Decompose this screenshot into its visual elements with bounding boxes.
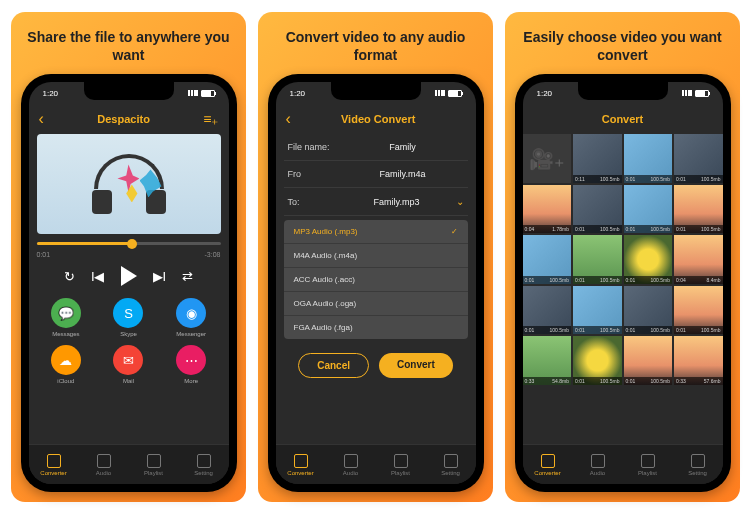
tagline: Easily choose video you want convert [515,28,730,64]
format-option[interactable]: MP3 Audio (.mp3)✓ [284,220,468,244]
video-thumb[interactable]: 0:01100.5mb [624,235,673,284]
format-option[interactable]: ACC Audio (.acc) [284,268,468,292]
format-option[interactable]: FGA Audio (.fga) [284,316,468,339]
video-thumb[interactable]: 0:01100.5mb [573,235,622,284]
repeat-icon[interactable]: ↻ [64,269,75,284]
thumb-meta: 0:01100.5mb [573,377,622,385]
tab-audio[interactable]: Audio [79,445,129,484]
notch [331,82,421,100]
time-current: 0:01 [37,251,51,258]
navbar: ‹ Video Convert [276,104,476,134]
thumb-meta: 0:01100.5mb [624,276,673,284]
tab-label: Converter [534,470,560,476]
progress-slider[interactable] [37,242,221,245]
tab-icon [344,454,358,468]
signal-icon [188,90,198,96]
filename-value[interactable]: Family [342,142,464,152]
add-video-button[interactable]: 🎥₊ [523,134,572,183]
share-skype[interactable]: SSkype [99,298,158,337]
tab-playlist[interactable]: Playlist [376,445,426,484]
format-option[interactable]: M4A Audio (.m4a) [284,244,468,268]
back-icon[interactable]: ‹ [39,110,44,128]
format-dropdown: MP3 Audio (.mp3)✓M4A Audio (.m4a)ACC Aud… [284,220,468,339]
tab-setting[interactable]: Setting [179,445,229,484]
video-thumb[interactable]: 0:01100.5mb [624,185,673,234]
play-icon[interactable] [121,266,137,286]
tab-setting[interactable]: Setting [426,445,476,484]
tab-converter[interactable]: Converter [523,445,573,484]
share-label: Mail [123,378,134,384]
tab-icon [591,454,605,468]
tab-playlist[interactable]: Playlist [129,445,179,484]
status-time: 1:20 [290,89,306,98]
video-thumb[interactable]: 0:01100.5mb [573,185,622,234]
phone-frame: 1:20 ‹ Video Convert File name: Family F… [268,74,484,492]
tab-label: Setting [688,470,707,476]
prev-icon[interactable]: I◀ [91,269,105,284]
video-thumb[interactable]: 0:01100.5mb [674,134,723,183]
video-thumb[interactable]: 0:048.4mb [674,235,723,284]
video-thumb[interactable]: 0:01100.5mb [624,336,673,385]
status-time: 1:20 [43,89,59,98]
thumb-meta: 0:01100.5mb [624,225,673,233]
share-label: Skype [120,331,137,337]
share-messenger[interactable]: ◉Messenger [162,298,221,337]
tab-audio[interactable]: Audio [573,445,623,484]
panel-share: Share the file to anywhere you want 1:20… [11,12,246,502]
thumb-meta: 0:041.78mb [523,225,572,233]
to-row[interactable]: To: Family.mp3 ⌄ [284,188,468,216]
tab-playlist[interactable]: Playlist [623,445,673,484]
share-more[interactable]: ⋯More [162,345,221,384]
video-thumb[interactable]: 0:01100.5mb [674,185,723,234]
page-title: Despacito [97,113,150,125]
camera-plus-icon: 🎥₊ [529,147,565,171]
tab-setting[interactable]: Setting [673,445,723,484]
battery-icon [695,90,709,97]
tab-label: Playlist [638,470,657,476]
thumb-meta: 0:01100.5mb [674,225,723,233]
video-thumb[interactable]: 0:01100.5mb [624,134,673,183]
share-icon: ✉ [113,345,143,375]
video-thumb[interactable]: 0:01100.5mb [523,286,572,335]
cancel-button[interactable]: Cancel [298,353,369,378]
share-messages[interactable]: 💬Messages [37,298,96,337]
convert-button[interactable]: Convert [379,353,453,378]
video-thumb[interactable]: 0:01100.5mb [573,336,622,385]
thumb-meta: 0:01100.5mb [624,326,673,334]
tagline: Convert video to any audio format [268,28,483,64]
tab-icon [47,454,61,468]
navbar: Convert [523,104,723,134]
notch [578,82,668,100]
tab-audio[interactable]: Audio [326,445,376,484]
tab-icon [97,454,111,468]
video-thumb[interactable]: 0:01100.5mb [674,286,723,335]
video-thumb[interactable]: 0:01100.5mb [624,286,673,335]
tab-label: Setting [194,470,213,476]
share-label: More [184,378,198,384]
share-icon: 💬 [51,298,81,328]
notch [84,82,174,100]
tab-converter[interactable]: Converter [276,445,326,484]
tab-converter[interactable]: Converter [29,445,79,484]
back-icon[interactable]: ‹ [286,110,291,128]
menu-icon[interactable]: ≡₊ [203,111,218,127]
page-title: Convert [602,113,644,125]
next-icon[interactable]: ▶I [153,269,167,284]
video-thumb[interactable]: 0:01100.5mb [523,235,572,284]
share-icloud[interactable]: ☁iCloud [37,345,96,384]
video-thumb[interactable]: 0:3354.8mb [523,336,572,385]
from-label: Fro [288,169,342,179]
video-thumb[interactable]: 0:01100.5mb [573,286,622,335]
share-icon: ◉ [176,298,206,328]
to-label: To: [288,197,342,207]
shuffle-icon[interactable]: ⇄ [182,269,193,284]
video-thumb[interactable]: 0:11100.5mb [573,134,622,183]
share-mail[interactable]: ✉Mail [99,345,158,384]
video-thumb[interactable]: 0:3357.6mb [674,336,723,385]
tab-label: Playlist [391,470,410,476]
thumb-meta: 0:3354.8mb [523,377,572,385]
tab-label: Setting [441,470,460,476]
video-gallery: 🎥₊0:11100.5mb0:01100.5mb0:01100.5mb0:041… [523,134,723,385]
video-thumb[interactable]: 0:041.78mb [523,185,572,234]
format-option[interactable]: OGA Audio (.oga) [284,292,468,316]
